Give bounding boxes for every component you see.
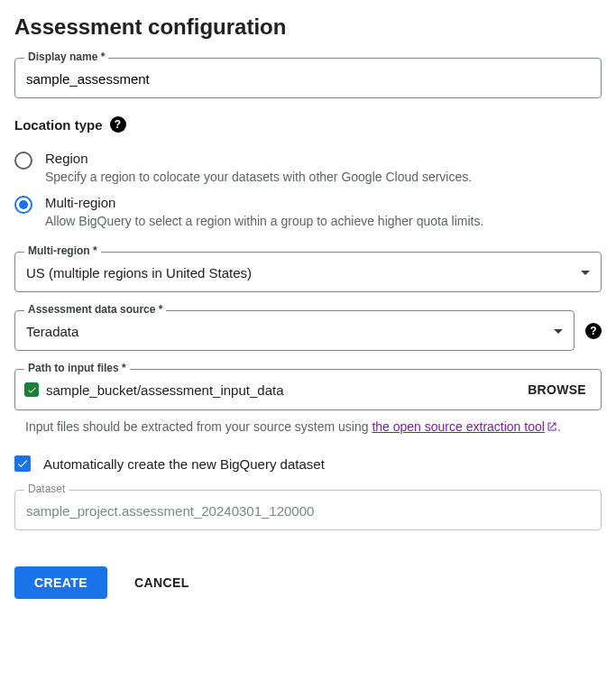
create-button[interactable]: CREATE [14, 566, 107, 599]
radio-region-desc: Specify a region to colocate your datase… [45, 170, 472, 184]
dataset-input [15, 491, 601, 529]
radio-multi-region[interactable]: Multi-region Allow BigQuery to select a … [14, 189, 602, 234]
path-value: sample_bucket/assessment_input_data [46, 382, 517, 398]
cancel-button[interactable]: CANCEL [129, 575, 195, 591]
hint-prefix: Input files should be extracted from you… [25, 419, 372, 434]
dataset-label: Dataset [24, 483, 69, 495]
external-link-icon [547, 418, 557, 437]
dataset-field: Dataset [14, 490, 602, 530]
help-icon[interactable]: ? [585, 323, 602, 339]
display-name-label: Display name * [24, 51, 108, 63]
radio-multi-title: Multi-region [45, 195, 483, 210]
radio-dot-icon [19, 200, 28, 209]
radio-region[interactable]: Region Specify a region to colocate your… [14, 145, 602, 189]
multi-region-select[interactable]: Multi-region * US (multiple regions in U… [14, 252, 602, 292]
browse-button[interactable]: BROWSE [524, 379, 590, 400]
data-source-select[interactable]: Assessment data source * Teradata [14, 310, 575, 351]
display-name-input[interactable] [15, 59, 601, 97]
chevron-down-icon [554, 329, 563, 334]
radio-region-title: Region [45, 151, 472, 166]
radio-multi-desc: Allow BigQuery to select a region within… [45, 214, 483, 228]
radio-icon [14, 152, 32, 170]
radio-icon-selected [14, 196, 32, 214]
checkbox-icon [14, 455, 31, 472]
path-hint: Input files should be extracted from you… [25, 418, 602, 437]
chevron-down-icon [581, 271, 590, 275]
page-title: Assessment configuration [14, 14, 602, 40]
multi-region-value: US (multiple regions in United States) [26, 265, 252, 281]
data-source-label: Assessment data source * [24, 303, 166, 316]
help-icon[interactable]: ? [110, 116, 126, 133]
path-field[interactable]: Path to input files * sample_bucket/asse… [14, 369, 602, 410]
extraction-tool-link[interactable]: the open source extraction tool [372, 419, 556, 434]
check-icon [24, 382, 39, 397]
data-source-value: Teradata [26, 324, 78, 339]
multi-region-label: Multi-region * [24, 244, 101, 257]
location-type-radios: Region Specify a region to colocate your… [14, 145, 602, 234]
location-type-label: Location type [14, 117, 103, 133]
auto-create-checkbox[interactable]: Automatically create the new BigQuery da… [14, 455, 602, 472]
display-name-field[interactable]: Display name * [14, 58, 602, 98]
hint-suffix: . [557, 419, 561, 434]
auto-create-label: Automatically create the new BigQuery da… [43, 456, 325, 472]
path-label: Path to input files * [24, 362, 130, 374]
